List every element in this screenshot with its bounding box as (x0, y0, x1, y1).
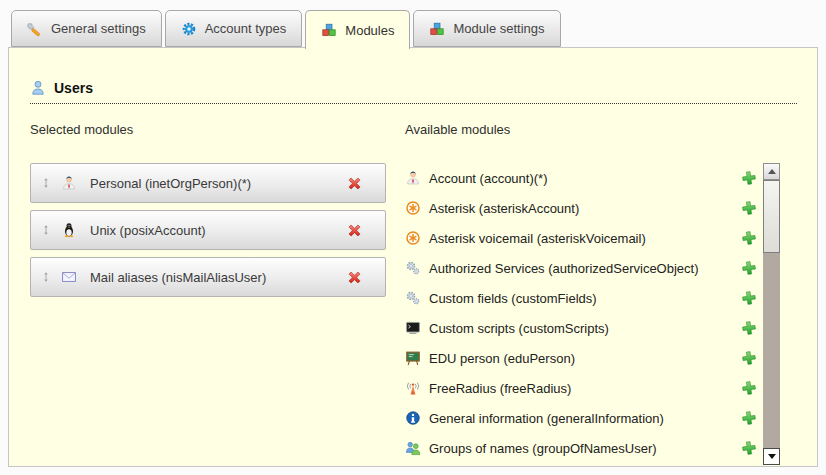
person-icon (405, 170, 421, 186)
up-arrow-icon (768, 169, 776, 174)
group-icon (405, 440, 421, 456)
tab-label: General settings (51, 21, 146, 36)
chalkboard-icon (405, 350, 421, 366)
available-module-row: FreeRadius (freeRadius) (405, 373, 757, 403)
selected-module-row[interactable]: Mail aliases (nisMailAliasUser) (30, 257, 386, 297)
module-name: Personal (inetOrgPerson)(*) (90, 176, 346, 191)
wrench-icon (27, 21, 43, 37)
available-module-row: EDU person (eduPerson) (405, 343, 757, 373)
module-name: Groups of names (groupOfNamesUser) (429, 441, 657, 456)
available-module-row: General information (generalInformation) (405, 403, 757, 433)
available-module-row: Account (account)(*) (405, 163, 757, 193)
available-modules-list: Account (account)(*) Asterisk (asteriskA… (405, 163, 757, 463)
available-modules-column: Available modules Account (account)(*) A… (405, 122, 757, 463)
tab-account-types[interactable]: Account types (165, 10, 303, 47)
modules-icon (429, 21, 445, 37)
add-module-button[interactable] (741, 350, 757, 366)
gears-icon (405, 290, 421, 306)
asterisk-icon (405, 230, 421, 246)
available-module-row: Custom scripts (customScripts) (405, 313, 757, 343)
gears-icon (405, 260, 421, 276)
remove-module-button[interactable] (346, 175, 363, 192)
selected-module-row[interactable]: Unix (posixAccount) (30, 210, 386, 250)
selected-modules-list: Personal (inetOrgPerson)(*) Unix (posixA… (30, 163, 386, 297)
module-name: Asterisk (asteriskAccount) (429, 201, 579, 216)
module-name: Custom scripts (customScripts) (429, 321, 609, 336)
add-module-button[interactable] (741, 440, 757, 456)
lam-configuration-window: General settings Account types Modules M… (0, 0, 826, 475)
info-icon (405, 410, 421, 426)
mail-icon (61, 269, 77, 285)
terminal-icon (405, 320, 421, 336)
person-icon (61, 175, 77, 191)
add-module-button[interactable] (741, 170, 757, 186)
drag-handle-icon[interactable] (40, 270, 52, 284)
available-modules-label: Available modules (405, 122, 757, 138)
selected-module-row[interactable]: Personal (inetOrgPerson)(*) (30, 163, 386, 203)
tab-general-settings[interactable]: General settings (11, 10, 162, 47)
module-name: Authorized Services (authorizedServiceOb… (429, 261, 699, 276)
tab-label: Modules (345, 23, 394, 38)
add-module-button[interactable] (741, 380, 757, 396)
available-module-row: Asterisk voicemail (asteriskVoicemail) (405, 223, 757, 253)
module-name: Asterisk voicemail (asteriskVoicemail) (429, 231, 646, 246)
module-name: Custom fields (customFields) (429, 291, 597, 306)
tab-bar: General settings Account types Modules M… (11, 10, 561, 49)
remove-module-button[interactable] (346, 269, 363, 286)
section-title: Users (54, 80, 93, 96)
add-module-button[interactable] (741, 200, 757, 216)
scrollbar-thumb[interactable] (763, 180, 780, 253)
tab-modules[interactable]: Modules (305, 10, 410, 49)
module-name: Mail aliases (nisMailAliasUser) (90, 270, 346, 285)
module-name: FreeRadius (freeRadius) (429, 381, 571, 396)
penguin-icon (61, 222, 77, 238)
antenna-icon (405, 380, 421, 396)
module-name: General information (generalInformation) (429, 411, 664, 426)
selected-modules-column: Selected modules Personal (inetOrgPerson… (30, 122, 386, 304)
scroll-up-button[interactable] (763, 163, 780, 180)
available-modules-scrollbar[interactable] (763, 163, 780, 465)
add-module-button[interactable] (741, 260, 757, 276)
scroll-down-button[interactable] (763, 448, 780, 465)
drag-handle-icon[interactable] (40, 176, 52, 190)
selected-modules-label: Selected modules (30, 122, 386, 138)
tab-label: Module settings (453, 21, 544, 36)
down-arrow-icon (768, 454, 776, 459)
drag-handle-icon[interactable] (40, 223, 52, 237)
add-module-button[interactable] (741, 230, 757, 246)
tab-label: Account types (205, 21, 287, 36)
modules-icon (321, 22, 337, 38)
module-name: EDU person (eduPerson) (429, 351, 575, 366)
tab-module-settings[interactable]: Module settings (413, 10, 560, 47)
available-module-row: Groups of names (groupOfNamesUser) (405, 433, 757, 463)
available-module-row: Asterisk (asteriskAccount) (405, 193, 757, 223)
asterisk-icon (405, 200, 421, 216)
available-module-row: Authorized Services (authorizedServiceOb… (405, 253, 757, 283)
add-module-button[interactable] (741, 290, 757, 306)
remove-module-button[interactable] (346, 222, 363, 239)
add-module-button[interactable] (741, 410, 757, 426)
add-module-button[interactable] (741, 320, 757, 336)
gear-icon (181, 21, 197, 37)
module-name: Account (account)(*) (429, 171, 548, 186)
available-module-row: Custom fields (customFields) (405, 283, 757, 313)
module-name: Unix (posixAccount) (90, 223, 346, 238)
section-heading: Users (30, 80, 797, 104)
user-icon (30, 80, 46, 96)
